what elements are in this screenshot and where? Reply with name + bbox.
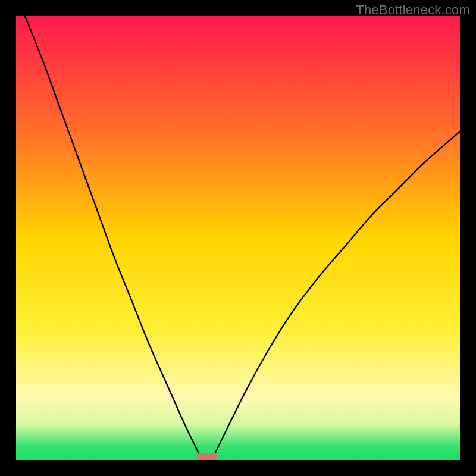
plot-svg [16,16,460,460]
plot-area [16,16,460,460]
chart-frame: TheBottleneck.com [0,0,476,476]
min-marker [197,453,217,460]
gradient-background [16,16,460,460]
